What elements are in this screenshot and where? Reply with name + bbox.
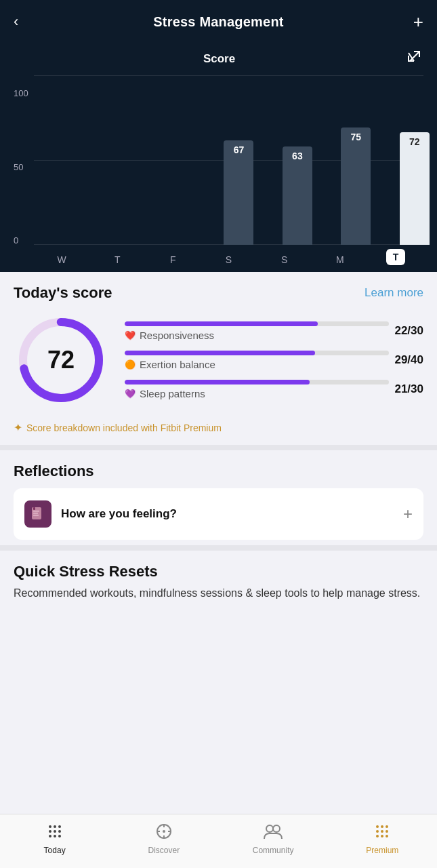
reflections-section: Reflections How are you feeling? + xyxy=(0,450,437,540)
add-button[interactable]: + xyxy=(403,12,423,33)
nav-item-discover[interactable]: Discover xyxy=(109,823,218,855)
reflection-icon xyxy=(24,500,51,528)
metric-row-0: ❤️Responsiveness22/30 xyxy=(125,321,423,341)
svg-point-29 xyxy=(376,830,379,833)
reflection-add-button[interactable]: + xyxy=(403,505,413,524)
community-icon xyxy=(263,823,283,843)
metric-row-1: 🟠Exertion balance29/40 xyxy=(125,351,423,370)
metric-icon-2: 💜 xyxy=(125,389,136,399)
x-label-col-5: M xyxy=(312,254,368,265)
nav-label-premium: Premium xyxy=(366,846,398,855)
bar-5: 75 xyxy=(341,127,371,245)
svg-point-32 xyxy=(376,835,379,837)
x-label-2: F xyxy=(170,254,176,265)
y-axis: 100 50 0 xyxy=(14,89,28,245)
svg-rect-5 xyxy=(33,507,35,510)
discover-icon xyxy=(155,823,173,843)
nav-label-discover: Discover xyxy=(148,846,180,855)
svg-point-31 xyxy=(386,830,388,833)
svg-point-12 xyxy=(49,830,51,833)
svg-point-25 xyxy=(273,825,280,832)
premium-nav-icon xyxy=(373,823,391,843)
score-number: 72 xyxy=(47,346,75,374)
metric-icon-0: ❤️ xyxy=(125,330,136,340)
bar-3: 67 xyxy=(224,140,253,245)
quick-stress-section: Quick Stress Resets Recommended workouts… xyxy=(0,551,437,614)
metric-name-0: Responsiveness xyxy=(140,330,214,341)
bottom-navigation: Today Discover Community xyxy=(0,814,437,868)
metric-bar-bg-2 xyxy=(125,380,389,384)
premium-icon: ✦ xyxy=(14,421,22,434)
x-label-col-4: S xyxy=(257,254,312,265)
bar-4: 63 xyxy=(283,146,312,245)
x-label-col-6: T xyxy=(368,249,423,265)
svg-rect-8 xyxy=(33,515,39,516)
metric-name-1: Exertion balance xyxy=(140,359,215,370)
bars-area: 67637572 xyxy=(34,89,437,245)
svg-point-10 xyxy=(54,825,56,828)
metric-score-1: 29/40 xyxy=(394,353,423,367)
bar-col-T-1[interactable] xyxy=(92,89,150,245)
svg-point-17 xyxy=(58,835,61,837)
quick-stress-desc: Recommended workouts, mindfulness sessio… xyxy=(14,586,423,601)
metric-score-2: 21/30 xyxy=(394,382,423,396)
y-label-0: 0 xyxy=(14,236,28,245)
score-donut: 72 xyxy=(14,313,108,408)
bar-score-5: 75 xyxy=(351,132,362,142)
section-header: Today's score Learn more xyxy=(14,284,423,302)
svg-point-26 xyxy=(376,825,379,828)
metric-info-1: 🟠Exertion balance xyxy=(125,351,389,370)
nav-item-today[interactable]: Today xyxy=(0,823,109,855)
back-button[interactable]: ‹ xyxy=(14,13,34,31)
y-label-100: 100 xyxy=(14,89,28,98)
metric-bar-bg-0 xyxy=(125,321,389,326)
bar-col-S-4[interactable]: 63 xyxy=(268,89,327,245)
svg-point-15 xyxy=(49,835,51,837)
metrics-list: ❤️Responsiveness22/30🟠Exertion balance29… xyxy=(125,321,423,399)
app-header: ‹ Stress Management + xyxy=(0,0,437,41)
svg-point-28 xyxy=(386,825,388,828)
svg-point-9 xyxy=(49,825,51,828)
svg-point-19 xyxy=(163,830,165,833)
x-label-col-0: W xyxy=(34,254,89,265)
nav-label-community: Community xyxy=(253,846,294,855)
bar-col-T-6[interactable]: 72 xyxy=(386,89,437,245)
x-label-1: T xyxy=(115,254,121,265)
learn-more-link[interactable]: Learn more xyxy=(365,286,423,300)
x-label-today: T xyxy=(386,249,405,265)
chart-area: 100 50 0 67637572 WTFSSMT xyxy=(14,75,423,265)
metric-bar-fill-1 xyxy=(125,351,315,355)
nav-item-premium[interactable]: Premium xyxy=(328,823,437,855)
svg-point-14 xyxy=(58,830,61,833)
bar-col-F-2[interactable] xyxy=(151,89,209,245)
bar-6: 72 xyxy=(400,132,430,245)
metric-label-row-2: 💜Sleep patterns xyxy=(125,388,389,399)
metric-bar-fill-2 xyxy=(125,380,310,384)
expand-button[interactable] xyxy=(404,47,423,70)
premium-note: ✦ Score breakdown included with Fitbit P… xyxy=(14,416,423,437)
bar-score-6: 72 xyxy=(409,136,420,147)
svg-point-24 xyxy=(266,825,273,832)
nav-item-community[interactable]: Community xyxy=(219,823,328,855)
x-label-col-3: S xyxy=(201,254,256,265)
x-label-col-2: F xyxy=(145,254,201,265)
x-label-3: S xyxy=(226,254,232,265)
todays-score-section: Today's score Learn more 72 ❤️Responsive… xyxy=(0,272,437,445)
x-label-5: M xyxy=(336,254,344,265)
svg-point-13 xyxy=(54,830,56,833)
metric-label-row-1: 🟠Exertion balance xyxy=(125,359,389,370)
svg-rect-6 xyxy=(33,511,39,512)
svg-point-30 xyxy=(381,830,383,833)
score-display: 72 ❤️Responsiveness22/30🟠Exertion balanc… xyxy=(14,313,423,408)
bar-col-S-3[interactable]: 67 xyxy=(209,89,268,245)
x-label-4: S xyxy=(281,254,287,265)
metric-info-2: 💜Sleep patterns xyxy=(125,380,389,399)
svg-rect-7 xyxy=(33,513,38,514)
reflection-question: How are you feeling? xyxy=(61,507,394,521)
metric-score-0: 22/30 xyxy=(394,324,423,338)
svg-point-16 xyxy=(54,835,56,837)
reflection-card[interactable]: How are you feeling? + xyxy=(14,488,423,540)
bar-col-M-5[interactable]: 75 xyxy=(327,89,385,245)
bar-col-W-0[interactable] xyxy=(34,89,92,245)
svg-point-34 xyxy=(386,835,388,837)
